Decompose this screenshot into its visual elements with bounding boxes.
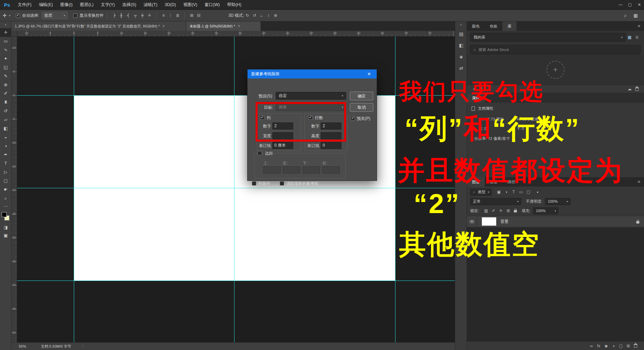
clear-guides-checkbox[interactable] (280, 181, 284, 186)
layer-style-icon[interactable]: fx (595, 344, 602, 348)
share-library-icon[interactable]: ↥ (478, 87, 485, 91)
screen-mode-icon[interactable]: ▣ (0, 232, 11, 240)
tool-hand[interactable]: ☛ (0, 185, 11, 194)
color-swatches[interactable] (0, 211, 11, 223)
align-bottom-icon[interactable]: ╧ (146, 12, 153, 19)
filter-shape-layers-icon[interactable]: ▭ (517, 190, 525, 194)
filter-type-layers-icon[interactable]: T (510, 190, 517, 194)
menu-item[interactable]: 窗口(W) (201, 0, 223, 10)
tool-dodge[interactable]: ◑ (0, 142, 11, 150)
tab-color[interactable]: 颜色 (467, 21, 485, 31)
opacity-dropdown[interactable]: 100% (545, 198, 571, 205)
delete-layer-icon[interactable] (634, 344, 637, 348)
info-panel-icon[interactable]: ◈ (455, 51, 467, 62)
tool-history-brush[interactable]: ↺ (0, 107, 11, 115)
distribute-horizontal-icon[interactable]: ⋮ (167, 12, 174, 19)
vertical-ruler[interactable]: 10505101520253035404550 (11, 37, 17, 342)
guide-vertical-right[interactable] (395, 37, 395, 342)
status-chevron-icon[interactable]: 〉 (82, 344, 86, 349)
panelstrip-expand-icon[interactable]: « (455, 21, 467, 28)
zoom-level-field[interactable]: 50% (19, 344, 26, 348)
menu-item[interactable]: 帮助(H) (223, 0, 245, 10)
clone-source-panel-icon[interactable]: ⇄ (455, 62, 467, 74)
rows-gutter-input[interactable]: 0 (321, 142, 341, 149)
3d-rotate-icon[interactable]: ↻ (244, 12, 251, 19)
tool-eyedropper[interactable]: ✎ (0, 72, 11, 81)
blend-mode-dropdown[interactable]: 正常 (470, 198, 521, 205)
tool-lasso[interactable]: ∿ (0, 46, 11, 54)
tab-layers[interactable]: 图层 (467, 177, 485, 187)
close-window-button[interactable]: ✕ (635, 0, 644, 10)
adjustment-layer-icon[interactable]: ◑ (610, 344, 617, 348)
filter-smart-objects-icon[interactable]: ▢ (525, 190, 532, 194)
layer-group-icon[interactable]: ▢ (617, 344, 625, 348)
tool-pen[interactable]: ✒ (0, 150, 11, 159)
columns-gutter-input[interactable]: 0 厘米 (272, 142, 293, 149)
tool-gradient[interactable]: ◧ (0, 124, 11, 133)
lock-all-icon[interactable] (514, 210, 517, 212)
workspace-switcher-icon[interactable]: ▦ (631, 12, 641, 19)
layer-mask-icon[interactable]: ◙ (602, 344, 610, 348)
maximize-button[interactable]: ▢ (625, 0, 635, 10)
menu-item[interactable]: 滤镜(T) (140, 0, 161, 10)
tool-zoom[interactable]: ⌕ (0, 194, 11, 203)
document-tab-1[interactable]: 1.JPG @ 66.7% (我们只要勾选“列”和“行数” 并且数值都设定为 “… (11, 21, 186, 31)
cancel-button[interactable]: 取消 (350, 103, 373, 112)
minimize-button[interactable]: — (616, 0, 625, 10)
sync-status-icon[interactable]: ☁ (626, 87, 633, 91)
guide-horizontal-top[interactable] (17, 95, 455, 96)
guide-vertical-center[interactable] (234, 37, 234, 342)
dialog-title-bar[interactable]: 新建参考线版面 ✕ (248, 69, 377, 79)
auto-align-icon[interactable]: ⊞ (188, 12, 195, 19)
3d-scale-icon[interactable]: ⊕ (272, 12, 279, 19)
tab-swatches[interactable]: 色板 (485, 21, 502, 31)
filter-toggle-icon[interactable]: ● (537, 191, 538, 194)
preview-checkbox[interactable] (351, 116, 355, 120)
histogram-panel-icon[interactable]: ▤ (455, 28, 467, 40)
auto-select-dropdown[interactable]: 图层 (42, 12, 68, 19)
ruler-corner[interactable] (11, 31, 17, 37)
tool-type[interactable]: T (0, 159, 11, 168)
tab-libraries[interactable]: 库 (502, 21, 517, 31)
auto-select-checkbox[interactable] (16, 13, 20, 18)
delete-library-item-icon[interactable] (635, 87, 639, 91)
filter-pixel-layers-icon[interactable]: ▣ (495, 190, 502, 194)
library-dropdown[interactable]: 我的库 (470, 33, 626, 42)
menu-item[interactable]: 图像(I) (57, 0, 76, 10)
lock-position-icon[interactable]: ✛ (497, 208, 504, 213)
toolstrip-expand-icon[interactable]: » (0, 21, 11, 28)
layer-thumbnail[interactable] (482, 217, 496, 226)
layer-row-background[interactable]: 背景 (467, 216, 644, 227)
search-icon[interactable]: ⌕ (621, 12, 631, 19)
layer-visibility-cell[interactable] (467, 216, 477, 227)
tab-paths[interactable]: 路径 (502, 177, 520, 187)
tool-brush[interactable]: ✐ (0, 89, 11, 98)
auto-blend-icon[interactable]: ⊟ (195, 12, 202, 19)
tool-shape[interactable]: ▢ (0, 177, 11, 185)
align-top-icon[interactable]: ╤ (132, 12, 139, 19)
filter-adjustment-layers-icon[interactable]: ◑ (502, 190, 510, 194)
lock-artboard-icon[interactable]: ⊞ (504, 208, 512, 213)
foreground-color-swatch[interactable] (2, 212, 7, 217)
dialog-close-button[interactable]: ✕ (362, 69, 377, 79)
tool-eraser[interactable]: ▱ (0, 115, 11, 124)
library-drop-target[interactable]: + (546, 61, 565, 79)
add-library-item-icon[interactable]: ＋ (470, 86, 478, 92)
center-columns-checkbox[interactable] (252, 181, 256, 186)
distribute-vertical-icon[interactable]: ≡ (160, 12, 167, 19)
tool-marquee[interactable]: ▭ (0, 37, 11, 46)
distribute-spacing-icon[interactable]: ≣ (174, 12, 181, 19)
ok-button[interactable]: 确定 (350, 92, 373, 100)
lock-pixels-icon[interactable]: ✐ (490, 208, 497, 213)
menu-item[interactable]: 编辑(E) (35, 0, 57, 10)
library-search-input[interactable]: ⌕ 搜索 Adobe Stock (470, 45, 641, 54)
tool-move[interactable]: ✛ (0, 28, 11, 37)
3d-drag-icon[interactable]: ↔ (258, 12, 265, 19)
new-layer-icon[interactable]: ⊞ (625, 344, 632, 348)
lock-transparency-icon[interactable]: ▨ (482, 208, 490, 213)
link-layers-icon[interactable]: ∞ (588, 344, 595, 348)
align-middle-icon[interactable]: ╪ (139, 12, 146, 19)
3d-slide-icon[interactable]: ↕ (265, 12, 272, 19)
navigator-panel-icon[interactable]: ◧ (455, 40, 467, 51)
horizontal-ruler[interactable]: 105051015202530354045505560657075 (17, 31, 455, 37)
